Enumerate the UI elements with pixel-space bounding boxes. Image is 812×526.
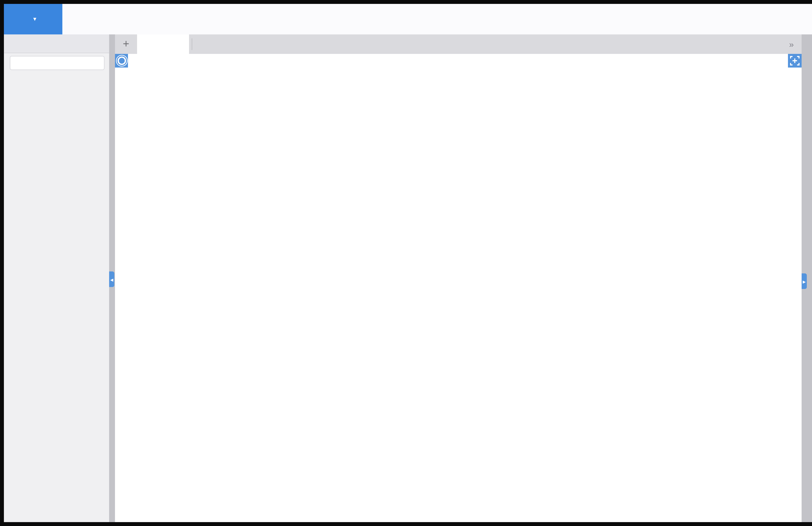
chevron-down-icon: ▼ xyxy=(32,16,37,22)
sidebar-search-box xyxy=(10,56,105,70)
main-toolbar: ▼ xyxy=(4,4,812,35)
origin-icon xyxy=(117,57,126,65)
canvas-area: + » xyxy=(115,34,802,522)
sidebar-tabs xyxy=(4,34,109,53)
fit-view-icon xyxy=(790,56,800,65)
expand-tabs-icon[interactable]: » xyxy=(789,39,793,49)
app-scale-wrapper: ▼ ◀ + » xyxy=(0,0,812,526)
sidebar-collapse-handle[interactable]: ◀ xyxy=(109,272,114,287)
file-menu-button[interactable]: ▼ xyxy=(4,4,62,34)
vertical-ruler xyxy=(115,68,129,522)
panel-collapse-handle[interactable]: ▶ xyxy=(802,273,807,289)
drawing-surface[interactable] xyxy=(128,68,802,522)
add-page-button[interactable]: + xyxy=(115,34,137,54)
fit-view-button[interactable] xyxy=(788,54,802,68)
diagram-editor-window: ▼ ◀ + » xyxy=(0,0,812,526)
page-tab-active[interactable] xyxy=(137,34,189,54)
ruler-origin-button[interactable] xyxy=(115,54,128,68)
tab-divider xyxy=(192,38,192,50)
canvas-tab-bar: + » xyxy=(115,34,802,54)
horizontal-ruler xyxy=(128,54,788,68)
search-input[interactable] xyxy=(10,59,111,67)
component-sidebar xyxy=(4,34,109,522)
